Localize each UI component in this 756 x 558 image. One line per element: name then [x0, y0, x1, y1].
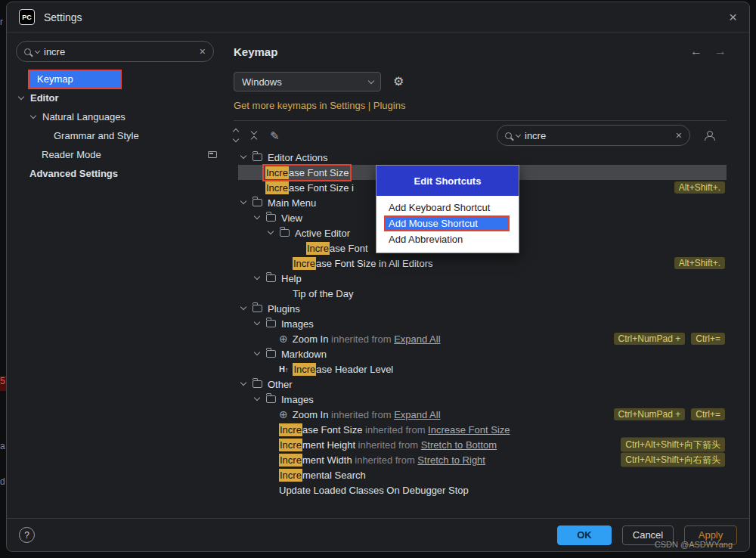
- folder-icon: [253, 153, 262, 161]
- search-history-chevron-icon[interactable]: [35, 48, 40, 53]
- action-search-input[interactable]: [525, 130, 671, 141]
- menu-item-add-keyboard-shortcut[interactable]: Add Keyboard Shortcut: [376, 200, 519, 215]
- shortcut-badges: Ctrl+NumPad +Ctrl+=: [614, 408, 725, 420]
- inherited-from-link[interactable]: Expand All: [394, 333, 440, 345]
- tree-row-incre-ment-width-inherited-from-stretc[interactable]: Increment Width inherited from Stretch t…: [238, 452, 727, 467]
- shortcut-badges: Ctrl+Alt+Shift+向下箭头: [621, 438, 725, 452]
- tree-row-images[interactable]: Images: [238, 316, 727, 331]
- settings-search-input[interactable]: [44, 46, 195, 57]
- action-search-box[interactable]: ×: [497, 125, 690, 146]
- chevron-down-icon[interactable]: [268, 228, 274, 234]
- screen: PC Settings × × KeymapEditorNatural Lang…: [0, 0, 756, 558]
- tree-row-incre-ase-header-level[interactable]: H↑Increase Header Level: [238, 361, 727, 377]
- chevron-down-icon[interactable]: [240, 198, 246, 204]
- search-match-highlight: Incre: [265, 166, 289, 179]
- shortcut-badge: Ctrl+=: [691, 333, 725, 345]
- tree-row-plugins[interactable]: Plugins: [238, 301, 727, 316]
- close-icon[interactable]: ×: [729, 10, 737, 24]
- tree-row-help[interactable]: Help: [238, 271, 727, 286]
- clear-search-icon[interactable]: ×: [676, 130, 682, 141]
- plugins-link[interactable]: Plugins: [373, 100, 406, 111]
- chevron-down-icon[interactable]: [240, 380, 246, 386]
- reader-mode-icon: [208, 151, 217, 158]
- menu-item-add-abbreviation[interactable]: Add Abbreviation: [376, 231, 519, 247]
- back-arrow-icon[interactable]: ←: [690, 45, 702, 58]
- tree-row-markdown[interactable]: Markdown: [238, 346, 727, 361]
- tree-row-editor-actions[interactable]: Editor Actions: [238, 150, 727, 165]
- chevron-down-icon[interactable]: [254, 274, 260, 280]
- tree-row-incre-ase-font-size-in-all-editors[interactable]: Increase Font Size in All EditorsAlt+Shi…: [238, 256, 727, 271]
- sidebar-item-advanced-settings[interactable]: Advanced Settings: [7, 164, 228, 183]
- sidebar-item-editor[interactable]: Editor: [7, 88, 228, 107]
- edit-pencil-icon[interactable]: ✎: [270, 130, 280, 141]
- scheme-selected-value: Windows: [242, 76, 282, 88]
- label-text: inherited from: [355, 439, 421, 451]
- sidebar-item-natural-languages[interactable]: Natural Languages: [7, 107, 228, 126]
- find-actions-by-shortcut-icon[interactable]: [704, 131, 714, 141]
- action-label: Editor Actions: [268, 152, 328, 163]
- folder-icon: [253, 305, 262, 312]
- chevron-down-icon[interactable]: [30, 112, 36, 118]
- clear-search-icon[interactable]: ×: [200, 46, 206, 57]
- label-text: Images: [281, 394, 314, 405]
- sidebar-item-label: Advanced Settings: [29, 168, 118, 179]
- chevron-down-icon[interactable]: [254, 349, 260, 355]
- chevron-down-icon[interactable]: [254, 319, 260, 325]
- keymap-scheme-select[interactable]: Windows: [234, 72, 381, 91]
- keymap-toolbar: ✎ ×: [234, 122, 727, 148]
- inherited-from-link[interactable]: Expand All: [394, 409, 440, 420]
- tree-row-incre-ment-height-inherited-from-stret[interactable]: Increment Height inherited from Stretch …: [238, 437, 727, 452]
- expand-all-icon[interactable]: [234, 129, 238, 141]
- chevron-down-icon[interactable]: [240, 304, 246, 310]
- settings-search-box[interactable]: ×: [16, 41, 214, 62]
- panel-header: Keymap ← →: [234, 43, 727, 60]
- sidebar-item-reader-mode[interactable]: Reader Mode: [7, 145, 228, 164]
- action-label: Increase Font: [306, 243, 368, 254]
- label-text: Tip of the Day: [293, 288, 353, 299]
- tree-row-update-loaded-classes-on-debugger-stop[interactable]: Update Loaded Classes On Debugger Stop: [238, 482, 727, 498]
- chevron-down-icon[interactable]: [18, 93, 24, 99]
- gear-icon[interactable]: ⚙: [393, 76, 404, 88]
- label-text: Editor Actions: [268, 152, 328, 163]
- action-label: Increase Font Size in All Editors: [293, 258, 433, 269]
- background-artifact: r: [0, 17, 6, 27]
- action-label: Active Editor: [295, 228, 350, 239]
- shortcut-badges: Alt+Shift+.: [674, 181, 725, 194]
- header-level-up-icon: H↑: [279, 365, 288, 374]
- search-match-highlight: Incre: [265, 181, 289, 194]
- inherited-from-link[interactable]: Increase Font Size: [428, 424, 510, 436]
- label-text: Other: [268, 379, 293, 390]
- ok-button[interactable]: OK: [557, 525, 612, 545]
- search-icon: [505, 132, 512, 139]
- settings-nav-list: KeymapEditorNatural LanguagesGrammar and…: [7, 70, 228, 183]
- search-history-chevron-icon[interactable]: [516, 132, 521, 137]
- chevron-down-icon[interactable]: [240, 153, 246, 159]
- shortcut-badge: Ctrl+Alt+Shift+向下箭头: [621, 438, 725, 452]
- sidebar-item-keymap[interactable]: Keymap: [7, 70, 228, 88]
- tree-row-tip-of-the-day[interactable]: Tip of the Day: [238, 286, 727, 301]
- menu-item-add-mouse-shortcut[interactable]: Add Mouse Shortcut: [384, 215, 510, 231]
- tree-row-zoom-in-inherited-from-expand-all[interactable]: ⊕Zoom In inherited from Expand AllCtrl+N…: [238, 407, 727, 422]
- label-text: ase Font Size: [289, 167, 349, 178]
- background-artifact: 5: [0, 376, 6, 391]
- shortcut-badges: Alt+Shift+.: [674, 257, 725, 269]
- forward-arrow-icon[interactable]: →: [714, 45, 727, 58]
- tree-row-incre-mental-search[interactable]: Incremental Search: [238, 467, 727, 482]
- selected-nav-highlight: Keymap: [28, 70, 122, 89]
- action-label: Plugins: [268, 303, 300, 315]
- tree-row-incre-ase-font-size-inherited-from-inc[interactable]: Increase Font Size inherited from Increa…: [238, 422, 727, 437]
- inherited-from-link[interactable]: Stretch to Bottom: [421, 439, 497, 451]
- sidebar-item-grammar-and-style[interactable]: Grammar and Style: [7, 126, 228, 145]
- history-arrows: ← →: [690, 45, 727, 58]
- settings-link[interactable]: Settings: [330, 100, 365, 111]
- tree-row-images[interactable]: Images: [238, 392, 727, 407]
- tree-row-other[interactable]: Other: [238, 377, 727, 392]
- up-arrow-icon: ↑: [285, 366, 289, 374]
- chevron-down-icon[interactable]: [254, 395, 260, 401]
- tree-row-zoom-in-inherited-from-expand-all[interactable]: ⊕Zoom In inherited from Expand AllCtrl+N…: [238, 331, 727, 346]
- search-icon: [24, 48, 31, 55]
- collapse-all-icon[interactable]: [252, 129, 256, 141]
- help-icon[interactable]: ?: [19, 527, 35, 543]
- chevron-down-icon[interactable]: [254, 213, 260, 219]
- inherited-from-link[interactable]: Stretch to Right: [417, 454, 485, 466]
